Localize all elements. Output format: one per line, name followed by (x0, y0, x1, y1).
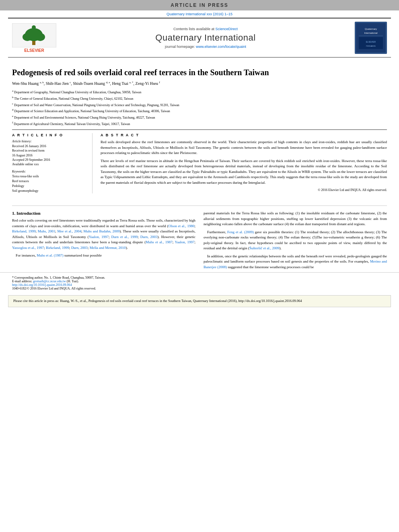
ref-yaalon-1997b[interactable]: Yaalon, 1997 (175, 240, 195, 244)
received-date: Received 26 January 2016 (12, 144, 87, 148)
abstract-column: A B S T R A C T Red soils developed abov… (101, 133, 387, 197)
journal-name-block: Contents lists available at ScienceDirec… (60, 27, 351, 49)
affiliation-a: a Department of Geography, National Chan… (12, 89, 387, 95)
corresponding-author-note: * Corresponding author. No. 1, Chinte Ro… (12, 276, 387, 279)
ref-muhs-1987b[interactable]: Muhs et al. (1987) (37, 253, 64, 257)
ref-sustersic[interactable]: Šušteršič et al., 2009 (249, 246, 280, 250)
elsevier-logo-block: ELSEVIER (8, 23, 60, 53)
svg-point-4 (35, 33, 45, 41)
article-info-column: A R T I C L E I N F O Article history: R… (12, 133, 93, 197)
ref-yaalon-1997[interactable]: Yaalon, 1997 (89, 235, 109, 239)
body-left-column: 1. Introduction Red color soils covering… (12, 211, 195, 272)
ref-mella[interactable]: Mella and Mermut, 2010 (90, 246, 126, 250)
section-divider-1 (12, 205, 387, 206)
ref-muhs-2001[interactable]: Muhs, 2001 (38, 229, 56, 233)
journal-homepage: journal homepage: www.elsevier.com/locat… (60, 45, 351, 49)
ref-muhs-1987[interactable]: Muhs et al., 1987 (146, 240, 173, 244)
elsevier-logo-svg (12, 23, 56, 47)
body-right-column: parental materials for the Terra Rossa l… (204, 211, 387, 272)
copyright-line: © 2016 Elsevier Ltd and INQUA. All right… (101, 188, 387, 193)
svg-text:PERGAMON: PERGAMON (366, 45, 375, 47)
svg-rect-12 (359, 37, 383, 49)
affiliation-f: f Department of Agricultural Chemistry, … (12, 121, 387, 127)
ref-mee[interactable]: Mee et al., 2004 (58, 229, 82, 233)
ref-merino[interactable]: Merino and Banerjee (2008) (204, 259, 387, 269)
keyword-3: Pedology (12, 184, 87, 189)
footer-citation-text: Please cite this article in press as: Hu… (13, 299, 302, 303)
elsevier-label: ELSEVIER (24, 48, 44, 53)
footer-citation-box: Please cite this article in press as: Hu… (8, 295, 391, 307)
keyword-2: Reef terraces (12, 179, 87, 184)
available-online: Available online xxx (12, 162, 87, 166)
affiliation-c: c Department of Soil and Water Conservat… (12, 102, 387, 108)
intro-para-1: Red color soils covering on reef limesto… (12, 218, 195, 251)
keywords-label: Keywords: (12, 170, 87, 173)
svg-point-5 (32, 25, 36, 29)
svg-text:Quaternary: Quaternary (365, 28, 377, 30)
affiliation-b: b The Center of General Education, Natio… (12, 95, 387, 101)
intro-para-2: For instances, Muhs et al. (1987) summar… (12, 253, 195, 259)
affiliations: a Department of Geography, National Chan… (12, 89, 387, 126)
right-body-text: parental materials for the Terra Rossa l… (204, 211, 387, 270)
right-para-3: In addition, once the genetic relationsh… (204, 254, 387, 270)
right-para-1: parental materials for the Terra Rossa l… (204, 211, 387, 227)
journal-info-line: Quaternary International xxx (2016) 1–15 (0, 10, 399, 16)
article-title: Pedogenesis of red soils overlaid coral … (12, 67, 387, 78)
abstract-para-2: There are levels of reef marine terraces… (101, 158, 387, 186)
abstract-label: A B S T R A C T (101, 133, 387, 137)
contents-available-line: Contents lists available at ScienceDirec… (60, 27, 351, 31)
article-history: Article history: Received 26 January 201… (12, 140, 87, 166)
issn-line: 1040-6182/© 2016 Elsevier Ltd and INQUA.… (12, 287, 387, 290)
svg-text:International: International (364, 32, 377, 34)
accepted-date: Accepted 29 September 2016 (12, 158, 87, 162)
journal-header: ELSEVIER Contents lists available at Sci… (8, 18, 391, 58)
ref-feng[interactable]: Feng et al. (2009) (227, 230, 254, 234)
ref-yassoglou[interactable]: Yassoglou et al., 1997 (12, 246, 44, 250)
ref-durn-2003b[interactable]: Durn, 2003 (71, 246, 88, 250)
journal-logo-right: Quaternary International ELSEVIER PERGAM… (351, 22, 391, 54)
received-revised-date: Received in revised form16 August 2016 (12, 148, 87, 157)
ref-birkeland-1999b[interactable]: Birkeland, 1999 (46, 246, 69, 250)
keywords-list: Terra rossa-like soils Reef terraces Ped… (12, 174, 87, 193)
ref-birkeland-1999[interactable]: Birkeland, 1999 (12, 229, 36, 233)
main-content: Pedogenesis of red soils overlaid coral … (0, 59, 399, 201)
ref-durn-1999[interactable]: Durn et al., 1999 (111, 235, 138, 239)
sciencedirect-link[interactable]: ScienceDirect (216, 27, 238, 31)
svg-point-3 (23, 33, 32, 41)
article-info-label: A R T I C L E I N F O (12, 133, 87, 137)
author-shiuh-tsuen-huang: Shiuh-Tsuen Huang (73, 81, 105, 86)
author-heng-tsai: Heng Tsai (112, 81, 129, 86)
keyword-1: Terra rossa-like soils (12, 174, 87, 179)
journal-title: Quaternary International (60, 33, 351, 43)
intro-text: Red color soils covering on reef limesto… (12, 218, 195, 259)
article-info-abstract-section: A R T I C L E I N F O Article history: R… (12, 129, 387, 197)
authors-line: Wen-Shu Huang a, b, Shih-Hao Jien c, Shi… (12, 81, 387, 86)
abstract-text: Red soils developed above the reef limes… (101, 140, 387, 193)
right-para-2: Furthermore, Feng et al. (2009) gave six… (204, 230, 387, 251)
doi-line[interactable]: http://dx.doi.org/10.1016/j.quaint.2016.… (12, 283, 387, 287)
email-link[interactable]: geotsaih@cc.ncue.edu.tw (33, 279, 66, 283)
email-line: E-mail address: geotsaih@cc.ncue.edu.tw … (12, 279, 387, 283)
intro-heading: 1. Introduction (12, 211, 195, 216)
author-wen-shu-huang: Wen-Shu Huang (12, 81, 39, 86)
author-zeng-yi-hseu: Zeng-Yi Hseu (136, 81, 158, 86)
affiliation-e: e Department of Soil and Environmental S… (12, 114, 387, 120)
author-shih-hao-jien: Shih-Hao Jien (46, 81, 69, 86)
ref-muhs-budahn[interactable]: Muhs and Budahn, 2009 (83, 229, 119, 233)
svg-text:ELSEVIER: ELSEVIER (366, 41, 376, 43)
bottom-notes: * Corresponding author. No. 1, Chinte Ro… (0, 272, 399, 292)
homepage-link[interactable]: www.elsevier.com/locate/quaint (196, 45, 246, 49)
keyword-4: Soil geomorphology (12, 189, 87, 193)
affiliation-d: d Department of Science Education and Ap… (12, 108, 387, 114)
body-content: 1. Introduction Red color soils covering… (0, 211, 399, 272)
ref-olson[interactable]: Olson et al., 1980 (168, 224, 194, 228)
article-in-press-banner: ARTICLE IN PRESS (0, 0, 399, 10)
ref-durn-2003[interactable]: Durn, 2003 (140, 235, 158, 239)
quaternary-journal-logo: Quaternary International ELSEVIER PERGAM… (355, 22, 387, 54)
abstract-para-1: Red soils developed above the reef limes… (101, 140, 387, 156)
keywords-section: Keywords: Terra rossa-like soils Reef te… (12, 170, 87, 193)
history-label: Article history: (12, 140, 87, 143)
